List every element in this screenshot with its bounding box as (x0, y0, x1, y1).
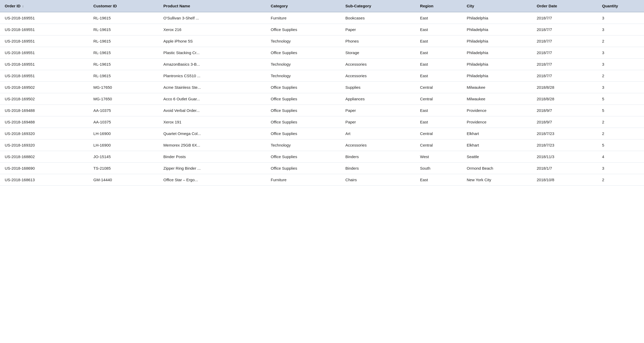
table-row[interactable]: US-2018-169488AA-10375Xerox 191Office Su… (0, 116, 644, 128)
table-row[interactable]: US-2018-168802JO-15145Binder PostsOffice… (0, 151, 644, 163)
cell-product_name: Plantronics CS510 ... (159, 70, 266, 82)
table-row[interactable]: US-2018-169502MG-17650Acco 6 Outlet Guar… (0, 93, 644, 105)
cell-quantity: 2 (597, 116, 644, 128)
cell-sub_category: Paper (341, 116, 415, 128)
cell-order_date: 2018/7/23 (532, 128, 598, 139)
cell-region: East (415, 35, 462, 47)
cell-region: West (415, 151, 462, 163)
cell-order_id: US-2018-169488 (0, 105, 89, 116)
cell-quantity: 2 (597, 70, 644, 82)
cell-city: Philadelphia (462, 59, 532, 70)
cell-quantity: 3 (597, 59, 644, 70)
cell-region: East (415, 105, 462, 116)
cell-category: Office Supplies (266, 82, 341, 93)
cell-order_date: 2018/7/7 (532, 59, 598, 70)
cell-sub_category: Phones (341, 35, 415, 47)
table-row[interactable]: US-2018-169551RL-19615Plastic Stacking C… (0, 47, 644, 59)
table-row[interactable]: US-2018-169551RL-19615O'Sullivan 3-Shelf… (0, 12, 644, 24)
cell-order_date: 2018/7/23 (532, 139, 598, 151)
cell-product_name: Apple iPhone 5S (159, 35, 266, 47)
cell-product_name: Avoid Verbal Order... (159, 105, 266, 116)
cell-product_name: Xerox 216 (159, 24, 266, 35)
table-row[interactable]: US-2018-169320LH-16900Quartet Omega Col.… (0, 128, 644, 139)
cell-order_date: 2018/7/7 (532, 12, 598, 24)
column-header-product_name: Product Name (159, 0, 266, 12)
cell-customer_id: RL-19615 (89, 12, 159, 24)
cell-sub_category: Art (341, 128, 415, 139)
cell-customer_id: TS-21085 (89, 163, 159, 174)
cell-category: Technology (266, 70, 341, 82)
cell-sub_category: Appliances (341, 93, 415, 105)
cell-order_id: US-2018-168802 (0, 151, 89, 163)
table-row[interactable]: US-2018-169502MG-17650Acme Stainless Ste… (0, 82, 644, 93)
cell-region: East (415, 174, 462, 186)
cell-customer_id: LH-16900 (89, 139, 159, 151)
table-container: Order ID↕Customer IDProduct NameCategory… (0, 0, 644, 186)
cell-quantity: 2 (597, 35, 644, 47)
table-row[interactable]: US-2018-169551RL-19615Apple iPhone 5STec… (0, 35, 644, 47)
table-row[interactable]: US-2018-169320LH-16900Memorex 25GB 6X...… (0, 139, 644, 151)
cell-category: Furniture (266, 174, 341, 186)
cell-customer_id: RL-19615 (89, 70, 159, 82)
cell-quantity: 3 (597, 12, 644, 24)
cell-order_id: US-2018-169502 (0, 82, 89, 93)
cell-category: Office Supplies (266, 116, 341, 128)
cell-order_date: 2018/7/7 (532, 24, 598, 35)
cell-order_date: 2018/9/7 (532, 105, 598, 116)
cell-customer_id: MG-17650 (89, 82, 159, 93)
cell-order_date: 2018/10/8 (532, 174, 598, 186)
cell-sub_category: Paper (341, 24, 415, 35)
cell-city: Providence (462, 116, 532, 128)
cell-quantity: 5 (597, 105, 644, 116)
cell-category: Office Supplies (266, 47, 341, 59)
cell-sub_category: Binders (341, 163, 415, 174)
header-row: Order ID↕Customer IDProduct NameCategory… (0, 0, 644, 12)
cell-product_name: Memorex 25GB 6X... (159, 139, 266, 151)
cell-product_name: AmazonBasics 3-B... (159, 59, 266, 70)
cell-order_id: US-2018-169551 (0, 47, 89, 59)
table-row[interactable]: US-2018-169551RL-19615AmazonBasics 3-B..… (0, 59, 644, 70)
cell-quantity: 3 (597, 24, 644, 35)
cell-sub_category: Bookcases (341, 12, 415, 24)
cell-customer_id: GM-14440 (89, 174, 159, 186)
cell-region: East (415, 116, 462, 128)
cell-product_name: Acme Stainless Ste... (159, 82, 266, 93)
cell-product_name: Acco 6 Outlet Guar... (159, 93, 266, 105)
cell-category: Office Supplies (266, 24, 341, 35)
cell-city: Providence (462, 105, 532, 116)
cell-city: Ormond Beach (462, 163, 532, 174)
cell-customer_id: RL-19615 (89, 47, 159, 59)
cell-quantity: 2 (597, 174, 644, 186)
cell-region: East (415, 24, 462, 35)
cell-city: Seattle (462, 151, 532, 163)
cell-order_date: 2018/7/7 (532, 35, 598, 47)
table-row[interactable]: US-2018-169551RL-19615Plantronics CS510 … (0, 70, 644, 82)
cell-quantity: 5 (597, 93, 644, 105)
cell-city: Milwaukee (462, 82, 532, 93)
cell-customer_id: LH-16900 (89, 128, 159, 139)
cell-city: Philadelphia (462, 24, 532, 35)
cell-order_date: 2018/9/7 (532, 116, 598, 128)
table-row[interactable]: US-2018-168690TS-21085Zipper Ring Binder… (0, 163, 644, 174)
cell-product_name: Quartet Omega Col... (159, 128, 266, 139)
cell-category: Technology (266, 35, 341, 47)
column-header-category: Category (266, 0, 341, 12)
cell-order_id: US-2018-169551 (0, 12, 89, 24)
table-row[interactable]: US-2018-169488AA-10375Avoid Verbal Order… (0, 105, 644, 116)
column-header-region: Region (415, 0, 462, 12)
cell-quantity: 4 (597, 151, 644, 163)
column-header-order_id[interactable]: Order ID↕ (0, 0, 89, 12)
table-row[interactable]: US-2018-169551RL-19615Xerox 216Office Su… (0, 24, 644, 35)
cell-order_date: 2018/11/3 (532, 151, 598, 163)
cell-city: Milwaukee (462, 93, 532, 105)
cell-region: Central (415, 139, 462, 151)
cell-sub_category: Supplies (341, 82, 415, 93)
cell-city: New York City (462, 174, 532, 186)
cell-order_id: US-2018-169551 (0, 70, 89, 82)
cell-city: Philadelphia (462, 47, 532, 59)
cell-order_id: US-2018-168613 (0, 174, 89, 186)
cell-customer_id: JO-15145 (89, 151, 159, 163)
table-row[interactable]: US-2018-168613GM-14440Office Star – Ergo… (0, 174, 644, 186)
cell-order_id: US-2018-169502 (0, 93, 89, 105)
cell-sub_category: Paper (341, 105, 415, 116)
